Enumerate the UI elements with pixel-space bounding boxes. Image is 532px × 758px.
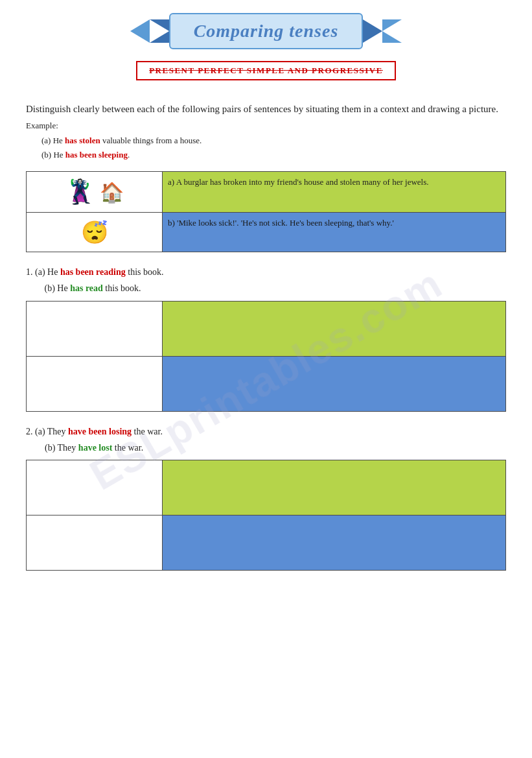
example-row-b-text: b) 'Mike looks sick!'. 'He's not sick. H… <box>168 218 394 228</box>
exercise1-label: 1. (a) He has been reading this book. (b… <box>26 264 506 296</box>
ex2-a-highlight: have been losing <box>68 427 132 436</box>
example-row-a-text: a) A burglar has broken into my friend's… <box>168 177 429 187</box>
example-label: Example: <box>26 121 506 131</box>
ex1-b-prefix: (b) He <box>38 283 70 293</box>
page-title: Comparing tenses <box>194 21 339 41</box>
example-image-cell-a: 🦹 🏠 <box>27 172 163 213</box>
example-sentence-b: (b) He has been sleeping. <box>41 148 506 162</box>
ex2-context-cell-a <box>163 460 506 515</box>
ex2-a-suffix: the war. <box>132 427 163 436</box>
table-row <box>27 356 506 411</box>
example-b-highlight: has been sleeping <box>65 150 128 160</box>
table-row <box>27 460 506 515</box>
example-text-cell-b: b) 'Mike looks sick!'. 'He's not sick. H… <box>163 213 506 252</box>
ex2-context-cell-b <box>163 515 506 570</box>
ex2-b-highlight: have lost <box>78 443 113 453</box>
example-a-suffix: valuable things from a house. <box>100 136 202 145</box>
exercise2-table <box>26 460 506 571</box>
ex1-number: 1. <box>26 267 35 277</box>
sleep-illustration: 😴 <box>32 217 157 248</box>
ex1-context-cell-a <box>163 301 506 356</box>
ex1-a-highlight: has been reading <box>60 267 126 277</box>
table-row <box>27 301 506 356</box>
exercise1-table <box>26 301 506 412</box>
ex1-context-cell-b <box>163 356 506 411</box>
ex1-draw-cell-b <box>27 356 163 411</box>
example-b-prefix: (b) He <box>41 150 65 160</box>
example-a-highlight: has stolen <box>65 136 100 145</box>
title-ribbon: Comparing tenses <box>169 13 364 49</box>
ex1-a-suffix: this book. <box>126 267 164 277</box>
example-b-suffix: . <box>128 150 130 160</box>
example-image-cell-b: 😴 <box>27 213 163 252</box>
ex2-draw-cell-b <box>27 515 163 570</box>
sleep-icon: 😴 <box>81 219 108 245</box>
example-text-cell-a: a) A burglar has broken into my friend's… <box>163 172 506 213</box>
table-row: 🦹 🏠 a) A burglar has broken into my frie… <box>27 172 506 213</box>
ex1-b-highlight: has read <box>70 283 103 293</box>
burglar-icon: 🦹 <box>65 178 95 206</box>
ex1-a-prefix: (a) He <box>35 267 60 277</box>
burglar-illustration: 🦹 🏠 <box>32 176 157 208</box>
ex1-b-suffix: this book. <box>103 283 141 293</box>
subtitle-box: PRESENT PERFECT SIMPLE AND PROGRESSIVE <box>136 61 396 80</box>
ex2-b-prefix: (b) They <box>40 443 78 453</box>
subtitle-text: PRESENT PERFECT SIMPLE AND PROGRESSIVE <box>149 65 383 76</box>
ex2-number: 2. <box>26 427 35 436</box>
ex2-a-prefix: (a) They <box>35 427 68 436</box>
instructions-text: Distinguish clearly between each of the … <box>26 101 506 117</box>
header-banner: Comparing tenses <box>26 13 506 49</box>
subtitle-section: PRESENT PERFECT SIMPLE AND PROGRESSIVE <box>26 61 506 91</box>
exercise2-label: 2. (a) They have been losing the war. (b… <box>26 423 506 456</box>
table-row <box>27 515 506 570</box>
example-table: 🦹 🏠 a) A burglar has broken into my frie… <box>26 171 506 252</box>
example-sentence-a: (a) He has stolen valuable things from a… <box>41 134 506 148</box>
ex1-draw-cell-a <box>27 301 163 356</box>
example-a-prefix: (a) He <box>41 136 65 145</box>
table-row: 😴 b) 'Mike looks sick!'. 'He's not sick.… <box>27 213 506 252</box>
ex2-draw-cell-a <box>27 460 163 515</box>
ex2-b-suffix: the war. <box>112 443 143 453</box>
instructions-main: Distinguish clearly between each of the … <box>26 104 498 114</box>
house-icon: 🏠 <box>100 181 124 204</box>
